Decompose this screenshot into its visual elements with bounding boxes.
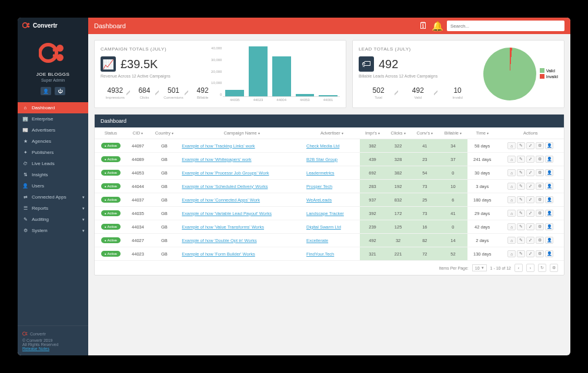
row-action-2[interactable]: ⤢ — [526, 237, 534, 244]
row-action-4[interactable]: 👤 — [545, 250, 553, 257]
row-action-1[interactable]: ✎ — [517, 196, 525, 203]
sidebar-item-live-leads[interactable]: ⏱Live Leads — [18, 158, 88, 169]
refresh-button[interactable]: ↻ — [538, 264, 546, 272]
col-status[interactable]: Status — [95, 127, 127, 139]
cell-advertiser[interactable]: Excellerate — [304, 234, 360, 247]
col-billable[interactable]: Billable▾ — [439, 127, 467, 139]
release-notes-link[interactable]: Release Notes — [22, 347, 49, 351]
cell-campaign-name[interactable]: Example of how 'Whitepapers' work — [179, 153, 304, 166]
row-action-3[interactable]: ⚙ — [536, 183, 544, 190]
row-action-4[interactable]: 👤 — [545, 142, 553, 149]
cell-campaign-name[interactable]: Example of how 'Value Transforms' Works — [179, 220, 304, 234]
row-action-3[interactable]: ⚙ — [536, 196, 544, 203]
sort-icon[interactable]: ▾ — [431, 132, 433, 135]
cell-advertiser[interactable]: Landscape Tracker — [304, 207, 360, 220]
search-input[interactable] — [450, 23, 561, 29]
row-action-2[interactable]: ⤢ — [526, 156, 534, 163]
row-action-0[interactable]: ⌂ — [507, 237, 516, 244]
sidebar-item-advertisers[interactable]: 📰Advertisers — [18, 125, 88, 136]
row-action-1[interactable]: ✎ — [517, 142, 525, 149]
col-advertiser[interactable]: Advertiser▾ — [304, 127, 360, 139]
row-action-0[interactable]: ⌂ — [507, 250, 516, 257]
cell-campaign-name[interactable]: Example of how 'Scheduled Delivery' Work… — [179, 180, 304, 193]
cell-campaign-name[interactable]: Example of how 'Variable Lead Payout' Wo… — [179, 207, 304, 220]
col-campaign-name[interactable]: Campaign Name▾ — [179, 127, 304, 139]
row-action-1[interactable]: ✎ — [517, 237, 525, 244]
row-action-3[interactable]: ⚙ — [536, 237, 544, 244]
row-action-2[interactable]: ⤢ — [526, 169, 534, 176]
row-action-2[interactable]: ⤢ — [526, 142, 534, 149]
row-action-0[interactable]: ⌂ — [507, 156, 516, 163]
col-cid[interactable]: CID▾ — [127, 127, 149, 139]
per-page-select[interactable]: 10 ▾ — [472, 264, 487, 271]
cell-advertiser[interactable]: B2B Star Group — [304, 153, 360, 166]
sort-icon[interactable]: ▾ — [487, 132, 489, 135]
cell-advertiser[interactable]: Check Media Ltd — [304, 139, 360, 153]
sidebar-item-enterprise[interactable]: 🏢Enterprise — [18, 113, 88, 125]
row-action-1[interactable]: ✎ — [517, 250, 525, 257]
sort-icon[interactable]: ▾ — [172, 132, 173, 135]
col-impr-s[interactable]: Impr's▾ — [360, 127, 386, 139]
cell-advertiser[interactable]: Digital Swarm Ltd — [304, 220, 360, 234]
prev-page-button[interactable]: ‹ — [514, 264, 523, 272]
row-action-1[interactable]: ✎ — [517, 183, 525, 190]
cell-advertiser[interactable]: FindYour.Tech — [304, 247, 360, 261]
col-clicks[interactable]: Clicks▾ — [385, 127, 410, 139]
sort-icon[interactable]: ▾ — [258, 132, 260, 135]
row-action-1[interactable]: ✎ — [517, 210, 525, 217]
settings-button[interactable]: ⚙ — [550, 264, 558, 272]
row-action-0[interactable]: ⌂ — [507, 142, 516, 149]
row-action-4[interactable]: 👤 — [545, 237, 553, 244]
row-action-3[interactable]: ⚙ — [536, 142, 544, 149]
row-action-4[interactable]: 👤 — [545, 183, 553, 190]
row-action-4[interactable]: 👤 — [545, 196, 553, 203]
row-action-1[interactable]: ✎ — [517, 223, 525, 230]
sort-icon[interactable]: ▾ — [404, 132, 406, 135]
row-action-0[interactable]: ⌂ — [507, 169, 516, 176]
row-action-0[interactable]: ⌂ — [507, 196, 516, 203]
cell-campaign-name[interactable]: Example of how 'Double Opt in' Works — [179, 234, 304, 247]
cell-advertiser[interactable]: Leadermetrics — [304, 166, 360, 180]
row-action-3[interactable]: ⚙ — [536, 156, 544, 163]
cell-advertiser[interactable]: Prosper Tech — [304, 180, 360, 193]
row-action-2[interactable]: ⤢ — [526, 183, 534, 190]
sort-icon[interactable]: ▾ — [378, 132, 380, 135]
row-action-4[interactable]: 👤 — [545, 156, 553, 163]
sidebar-item-publishers[interactable]: ✦Publishers — [18, 147, 88, 158]
col-country[interactable]: Country▾ — [149, 127, 180, 139]
cell-campaign-name[interactable]: Example of how 'Connected Apps' Work — [179, 193, 304, 207]
sidebar-item-reports[interactable]: ☰Reports▾ — [18, 203, 88, 214]
row-action-2[interactable]: ⤢ — [526, 223, 534, 230]
row-action-2[interactable]: ⤢ — [526, 196, 534, 203]
row-action-3[interactable]: ⚙ — [536, 223, 544, 230]
cell-campaign-name[interactable]: Example of how 'Form Builder' Works — [179, 247, 304, 261]
profile-logout-button[interactable]: ⏻ — [55, 87, 65, 95]
row-action-4[interactable]: 👤 — [545, 169, 553, 176]
sort-icon[interactable]: ▾ — [342, 132, 343, 135]
row-action-2[interactable]: ⤢ — [526, 250, 534, 257]
row-action-1[interactable]: ✎ — [517, 169, 525, 176]
sidebar-item-users[interactable]: 👤Users — [18, 180, 88, 191]
row-action-0[interactable]: ⌂ — [507, 183, 516, 190]
sidebar-item-dashboard[interactable]: ⌂Dashboard — [18, 102, 88, 113]
col-conv-s[interactable]: Conv's▾ — [411, 127, 439, 139]
col-time[interactable]: Time▾ — [467, 127, 497, 139]
cell-campaign-name[interactable]: Example of how 'Tracking Links' work — [179, 139, 304, 153]
row-action-2[interactable]: ⤢ — [526, 210, 534, 217]
col-actions[interactable]: Actions — [497, 127, 564, 139]
bell-icon[interactable]: 🔔 — [433, 21, 442, 31]
sidebar-item-auditing[interactable]: ✎Auditing▾ — [18, 214, 88, 225]
search-box[interactable] — [447, 21, 564, 31]
sidebar-item-connected-apps[interactable]: ⇄Connected Apps▾ — [18, 191, 88, 203]
row-action-4[interactable]: 👤 — [545, 223, 553, 230]
row-action-0[interactable]: ⌂ — [507, 210, 516, 217]
row-action-3[interactable]: ⚙ — [536, 210, 544, 217]
row-action-4[interactable]: 👤 — [545, 210, 553, 217]
sidebar-item-agencies[interactable]: ★Agencies — [18, 136, 88, 147]
cell-advertiser[interactable]: WeAreLeads — [304, 193, 360, 207]
sidebar-item-insights[interactable]: ⇅Insights — [18, 169, 88, 180]
sort-icon[interactable]: ▾ — [141, 132, 143, 135]
calendar-icon[interactable]: 🗓 — [419, 21, 428, 31]
row-action-1[interactable]: ✎ — [517, 156, 525, 163]
sidebar-item-system[interactable]: ⚙System▾ — [18, 225, 88, 236]
